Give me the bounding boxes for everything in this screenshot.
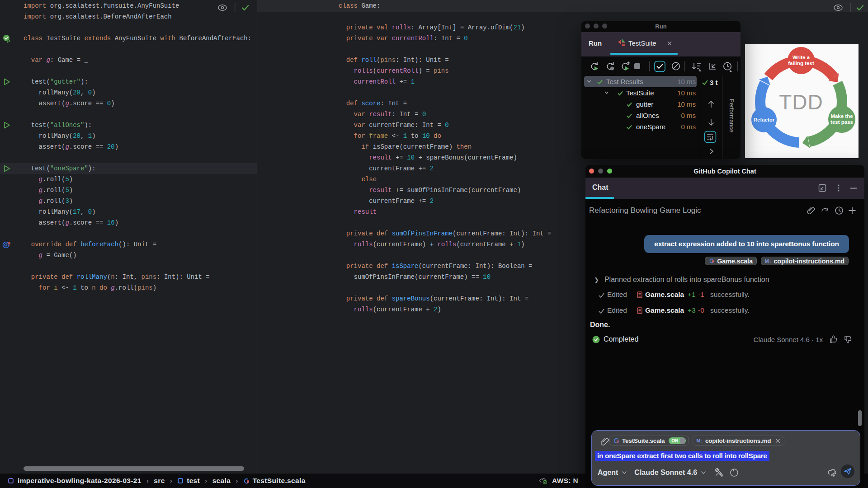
svg-text:TDD: TDD [779,90,823,114]
svg-text:Write a: Write a [793,55,810,60]
svg-text:Make the: Make the [830,113,853,119]
svg-text:Refactor: Refactor [754,117,775,122]
svg-text:failing test: failing test [788,61,814,66]
svg-text:3 t: 3 t [710,79,718,86]
svg-text:test pass: test pass [830,119,853,125]
